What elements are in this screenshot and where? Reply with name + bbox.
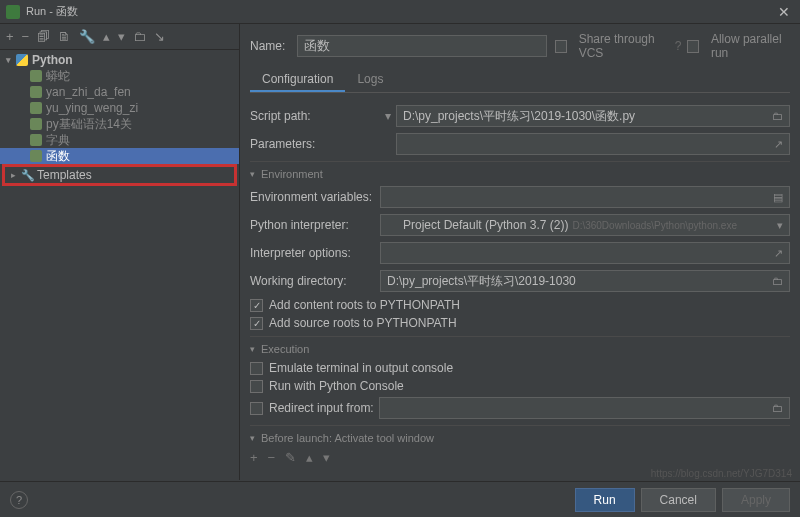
up-task-icon[interactable]: ▴	[306, 450, 313, 465]
name-label: Name:	[250, 39, 289, 53]
config-icon	[30, 134, 42, 146]
edit-task-icon[interactable]: ✎	[285, 450, 296, 465]
script-path-input[interactable]: D:\py_projects\平时练习\2019-1030\函数.py🗀	[396, 105, 790, 127]
tab-configuration[interactable]: Configuration	[250, 68, 345, 92]
chevron-down-icon: ▾	[6, 55, 16, 65]
cancel-button[interactable]: Cancel	[641, 488, 716, 512]
tree-item[interactable]: py基础语法14关	[0, 116, 239, 132]
add-icon[interactable]: +	[6, 29, 14, 44]
dropdown-icon[interactable]: ▾	[380, 109, 396, 123]
tree-item-selected[interactable]: 函数	[0, 148, 239, 164]
chevron-down-icon[interactable]: ▾	[250, 169, 255, 179]
tree-root-python[interactable]: ▾ Python	[0, 52, 239, 68]
remove-icon[interactable]: −	[22, 29, 30, 44]
expand-icon[interactable]: ↗	[774, 138, 783, 151]
chevron-right-icon: ▸	[11, 170, 21, 180]
wrench-icon[interactable]: 🔧	[79, 29, 95, 44]
wrench-icon: 🔧	[21, 169, 33, 182]
interpreter-select[interactable]: Project Default (Python 3.7 (2)) D:\360D…	[380, 214, 790, 236]
interp-opts-label: Interpreter options:	[250, 246, 380, 260]
content-roots-checkbox[interactable]	[250, 299, 263, 312]
parameters-input[interactable]: ↗	[396, 133, 790, 155]
env-vars-input[interactable]: ▤	[380, 186, 790, 208]
config-icon	[30, 86, 42, 98]
tree-item[interactable]: 蟒蛇	[0, 68, 239, 84]
config-icon	[30, 150, 42, 162]
collapse-icon[interactable]: ↘	[154, 29, 165, 44]
env-vars-label: Environment variables:	[250, 190, 380, 204]
list-icon[interactable]: ▤	[773, 191, 783, 204]
help-icon[interactable]: ?	[675, 39, 682, 53]
emulate-terminal-checkbox[interactable]	[250, 362, 263, 375]
workdir-input[interactable]: D:\py_projects\平时练习\2019-1030🗀	[380, 270, 790, 292]
templates-highlight-box: ▸ 🔧 Templates	[2, 164, 237, 186]
redirect-input-checkbox[interactable]	[250, 402, 263, 415]
parameters-label: Parameters:	[250, 137, 380, 151]
share-vcs-label: Share through VCS	[579, 32, 669, 60]
tree-item[interactable]: yu_ying_weng_zi	[0, 100, 239, 116]
remove-task-icon[interactable]: −	[268, 450, 276, 465]
tree-templates[interactable]: ▸ 🔧 Templates	[5, 167, 234, 183]
config-icon	[30, 118, 42, 130]
down-icon[interactable]: ▾	[118, 29, 125, 44]
script-path-label: Script path:	[250, 109, 380, 123]
app-icon	[6, 5, 20, 19]
folder-icon[interactable]: 🗀	[772, 110, 783, 122]
tab-logs[interactable]: Logs	[345, 68, 395, 92]
config-icon	[30, 70, 42, 82]
share-vcs-checkbox[interactable]	[555, 40, 567, 53]
watermark: https://blog.csdn.net/YJG7D314	[651, 468, 792, 479]
py-console-checkbox[interactable]	[250, 380, 263, 393]
apply-button[interactable]: Apply	[722, 488, 790, 512]
down-task-icon[interactable]: ▾	[323, 450, 330, 465]
copy-icon[interactable]: 🗐	[37, 29, 50, 44]
interp-opts-input[interactable]: ↗	[380, 242, 790, 264]
close-icon[interactable]: ✕	[774, 4, 794, 20]
redirect-input-label: Redirect input from:	[269, 401, 379, 415]
window-title: Run - 函数	[26, 4, 774, 19]
expand-icon[interactable]: ↗	[774, 247, 783, 260]
tree-item[interactable]: yan_zhi_da_fen	[0, 84, 239, 100]
save-icon[interactable]: 🗎	[58, 29, 71, 44]
name-input[interactable]	[297, 35, 547, 57]
python-icon	[387, 219, 399, 231]
config-icon	[30, 102, 42, 114]
folder-icon[interactable]: 🗀	[772, 275, 783, 287]
run-button[interactable]: Run	[575, 488, 635, 512]
allow-parallel-label: Allow parallel run	[711, 32, 790, 60]
sidebar-toolbar: + − 🗐 🗎 🔧 ▴ ▾ 🗀 ↘	[0, 24, 239, 50]
interpreter-label: Python interpreter:	[250, 218, 380, 232]
up-icon[interactable]: ▴	[103, 29, 110, 44]
chevron-down-icon[interactable]: ▾	[250, 433, 255, 443]
dropdown-icon[interactable]: ▾	[777, 219, 783, 232]
chevron-down-icon[interactable]: ▾	[250, 344, 255, 354]
folder-icon[interactable]: 🗀	[772, 402, 783, 414]
add-task-icon[interactable]: +	[250, 450, 258, 465]
source-roots-checkbox[interactable]	[250, 317, 263, 330]
folder-icon[interactable]: 🗀	[133, 29, 146, 44]
help-button[interactable]: ?	[10, 491, 28, 509]
python-icon	[16, 54, 28, 66]
tree-item[interactable]: 字典	[0, 132, 239, 148]
workdir-label: Working directory:	[250, 274, 380, 288]
redirect-input-field[interactable]: 🗀	[379, 397, 790, 419]
allow-parallel-checkbox[interactable]	[687, 40, 699, 53]
